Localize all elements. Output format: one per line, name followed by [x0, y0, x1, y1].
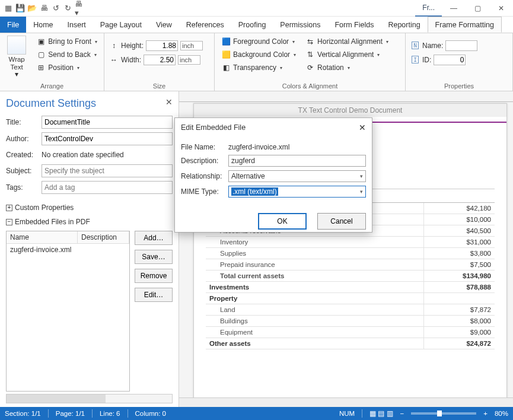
tab-home[interactable]: Home: [26, 17, 60, 33]
close-window-button[interactable]: ✕: [489, 0, 513, 17]
ribbon: Wrap Text ▾ ▣Bring to Front▾ ▢Send to Ba…: [0, 33, 513, 91]
ok-button[interactable]: OK: [258, 213, 307, 230]
author-label: Author:: [6, 135, 38, 143]
save-button[interactable]: Save…: [135, 250, 173, 264]
print-icon[interactable]: 🖶: [39, 4, 49, 13]
group-label-arrange: Arrange: [5, 81, 99, 90]
status-num: NUM: [339, 410, 355, 417]
group-label-colors: Colors & Alignment: [219, 81, 400, 90]
send-to-back-button[interactable]: ▢Send to Back▾: [34, 49, 99, 61]
open-icon[interactable]: 📂: [27, 4, 37, 13]
position-button[interactable]: ⊞Position▾: [34, 62, 99, 74]
table-row: Inventory$31,000: [206, 237, 495, 248]
tab-frame-formatting[interactable]: Frame Formatting: [428, 17, 502, 33]
prop-name-label: Name:: [422, 42, 443, 50]
author-input[interactable]: [42, 132, 173, 145]
status-zoom: 80%: [495, 410, 508, 417]
embedded-files-section[interactable]: −Embedded Files in PDF: [6, 218, 173, 226]
table-row: Buildings$8,000: [206, 316, 495, 327]
redo-icon[interactable]: ↻: [63, 4, 72, 13]
contextual-tab-label: Fr...: [415, 0, 442, 17]
title-input[interactable]: [42, 116, 173, 129]
add-button[interactable]: Add…: [135, 231, 173, 245]
description-label: Description:: [181, 157, 228, 165]
height-input[interactable]: [146, 40, 178, 51]
foreground-color-button[interactable]: 🟦Foreground Color▾: [219, 36, 298, 47]
created-value: No creation date specified: [42, 149, 173, 161]
tags-input[interactable]: [42, 181, 173, 194]
embedded-files-list[interactable]: Name Description zugferd-invoice.xml: [6, 231, 130, 392]
valign-icon: ⇅: [305, 50, 315, 59]
status-bar: Section: 1/1 Page: 1/1 Line: 6 Column: 0…: [0, 407, 513, 420]
status-page: Page: 1/1: [56, 410, 85, 417]
horizontal-ruler[interactable]: [179, 91, 513, 102]
chevron-down-icon: ▾: [360, 173, 363, 179]
table-row: Total current assets$134,980: [206, 271, 495, 282]
maximize-button[interactable]: ▢: [466, 0, 489, 17]
tab-references[interactable]: References: [179, 17, 231, 33]
background-color-button[interactable]: 🟨Background Color▾: [219, 49, 298, 61]
rotation-button[interactable]: ⟳Rotation▾: [304, 62, 390, 74]
remove-button[interactable]: Remove: [135, 269, 173, 283]
zoom-slider[interactable]: [411, 412, 476, 415]
minimize-button[interactable]: —: [442, 0, 466, 17]
tab-permissions[interactable]: Permissions: [273, 17, 327, 33]
id-prop-icon: 🄸: [410, 55, 420, 65]
tab-view[interactable]: View: [149, 17, 179, 33]
width-label: Width:: [121, 56, 141, 64]
wrap-text-button[interactable]: Wrap Text ▾: [5, 36, 28, 78]
prop-id-input[interactable]: [434, 55, 466, 65]
undo-icon[interactable]: ↺: [51, 4, 60, 13]
edit-embedded-file-dialog: Edit Embedded File ✕ File Name:zugferd-i…: [174, 117, 372, 233]
col-name: Name: [7, 231, 78, 243]
vertical-alignment-button[interactable]: ⇅Vertical Alignment▾: [304, 49, 390, 61]
tags-label: Tags:: [6, 183, 38, 192]
app-icon: ▦: [4, 4, 13, 13]
filename-label: File Name:: [181, 143, 228, 151]
bring-to-front-button[interactable]: ▣Bring to Front▾: [34, 36, 99, 47]
width-input[interactable]: [144, 55, 176, 65]
height-unit[interactable]: inch: [180, 41, 203, 50]
sidebar-scrollbar[interactable]: [6, 394, 173, 403]
height-icon: ↕: [109, 41, 119, 50]
description-input[interactable]: zugferd: [228, 155, 366, 167]
zoom-in-button[interactable]: +: [483, 410, 487, 417]
save-icon[interactable]: 💾: [15, 4, 25, 13]
edit-button[interactable]: Edit…: [135, 288, 173, 302]
status-column: Column: 0: [135, 410, 166, 417]
horizontal-alignment-button[interactable]: ⇆Horizontal Alignment▾: [304, 36, 390, 47]
tab-proofing[interactable]: Proofing: [231, 17, 273, 33]
dialog-close-button[interactable]: ✕: [359, 123, 366, 132]
ribbon-tabs: File Home Insert Page Layout View Refere…: [0, 17, 513, 33]
table-row: Other assets$24,872: [206, 338, 495, 349]
wrap-text-icon: [7, 36, 26, 55]
mime-combo[interactable]: .xml (text/xml)▾: [228, 186, 366, 198]
relationship-combo[interactable]: Alternative▾: [228, 170, 366, 182]
filename-value: zugferd-invoice.xml: [228, 143, 366, 151]
quick-access-toolbar: ▦ 💾 📂 🖶 ↺ ↻ 🖶▾: [0, 4, 88, 13]
tab-reporting[interactable]: Reporting: [381, 17, 427, 33]
transparency-button[interactable]: ◧Transparency▾: [219, 62, 298, 74]
subject-label: Subject:: [6, 167, 38, 175]
cancel-button[interactable]: Cancel: [317, 213, 366, 230]
relationship-label: Relationship:: [181, 172, 228, 180]
tab-file[interactable]: File: [0, 17, 26, 33]
document-scrollbar[interactable]: [179, 397, 513, 407]
embedded-file-row[interactable]: zugferd-invoice.xml: [7, 244, 129, 256]
view-mode-icons[interactable]: ▦ ▤ ▥: [369, 409, 393, 418]
print-preview-icon[interactable]: 🖶▾: [75, 4, 84, 13]
close-panel-button[interactable]: ✕: [165, 97, 173, 107]
position-icon: ⊞: [36, 63, 46, 72]
width-icon: ↔: [109, 55, 119, 65]
tab-page-layout[interactable]: Page Layout: [93, 17, 149, 33]
table-row: Land$7,872: [206, 304, 495, 316]
tab-form-fields[interactable]: Form Fields: [327, 17, 381, 33]
subject-input[interactable]: [42, 164, 173, 177]
width-unit[interactable]: inch: [178, 55, 200, 65]
tab-insert[interactable]: Insert: [60, 17, 93, 33]
table-row: Property: [206, 293, 495, 304]
prop-name-input[interactable]: [445, 40, 477, 51]
prop-id-label: ID:: [422, 56, 431, 64]
zoom-out-button[interactable]: −: [400, 410, 404, 417]
custom-properties-section[interactable]: +Custom Properties: [6, 203, 173, 212]
